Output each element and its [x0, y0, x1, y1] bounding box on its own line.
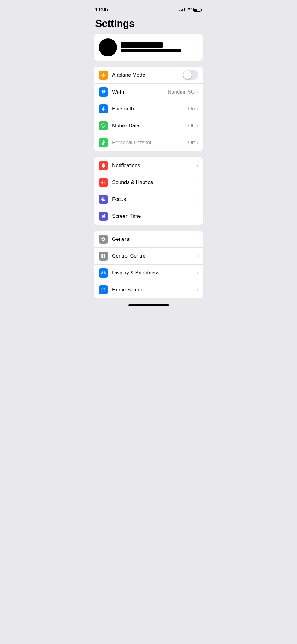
sounds-chevron: ›	[197, 180, 198, 185]
notifications-section: Notifications › Sounds & Haptics › Focus…	[94, 157, 203, 225]
airplane-mode-icon	[99, 71, 108, 80]
display-brightness-label: Display & Brightness	[112, 270, 197, 276]
svg-rect-6	[102, 288, 103, 289]
control-centre-label: Control Centre	[112, 253, 197, 259]
signal-icon	[179, 8, 185, 11]
control-centre-row[interactable]: Control Centre ›	[94, 248, 203, 265]
mobile-data-icon	[99, 121, 108, 130]
battery-icon	[193, 8, 202, 12]
personal-hotspot-row[interactable]: Personal Hotspot Off ›	[94, 134, 203, 151]
general-section: General › Control Centre › AA Display & …	[94, 231, 203, 298]
general-label: General	[112, 236, 197, 242]
sounds-icon	[99, 178, 108, 187]
personal-hotspot-value: Off	[188, 140, 195, 146]
settings-content: › Airplane Mode Wi-Fi Nandini_5G	[89, 34, 208, 298]
wifi-icon	[99, 87, 108, 97]
personal-hotspot-chevron: ›	[197, 140, 198, 145]
svg-rect-2	[104, 254, 105, 256]
airplane-mode-toggle[interactable]	[183, 70, 198, 80]
personal-hotspot-label: Personal Hotspot	[112, 140, 188, 146]
svg-rect-11	[101, 290, 102, 291]
mobile-data-row[interactable]: Mobile Data Off ›	[94, 117, 203, 134]
bluetooth-row[interactable]: Bluetooth On ›	[94, 100, 203, 117]
home-screen-label: Home Screen	[112, 287, 197, 293]
svg-rect-10	[104, 289, 105, 290]
page-title: Settings	[89, 15, 208, 34]
svg-rect-8	[101, 289, 102, 290]
avatar	[99, 38, 117, 56]
screen-time-icon	[99, 212, 108, 221]
svg-rect-7	[104, 288, 105, 289]
notifications-row[interactable]: Notifications ›	[94, 157, 203, 174]
connectivity-section: Airplane Mode Wi-Fi Nandini_5G › Bl	[94, 67, 203, 151]
wifi-chevron: ›	[197, 89, 198, 95]
focus-label: Focus	[112, 196, 197, 202]
wifi-row[interactable]: Wi-Fi Nandini_5G ›	[94, 84, 203, 100]
svg-rect-12	[102, 290, 103, 291]
sounds-label: Sounds & Haptics	[112, 179, 197, 186]
svg-rect-4	[104, 256, 105, 258]
mobile-data-value: Off	[188, 123, 195, 129]
notifications-chevron: ›	[197, 163, 198, 168]
bluetooth-chevron: ›	[197, 106, 198, 112]
home-screen-chevron: ›	[197, 287, 198, 293]
focus-icon	[99, 195, 108, 204]
screen-time-chevron: ›	[197, 214, 198, 219]
sounds-row[interactable]: Sounds & Haptics ›	[94, 174, 203, 191]
wifi-value: Nandini_5G	[168, 89, 195, 95]
display-brightness-chevron: ›	[197, 270, 198, 276]
home-screen-icon	[99, 285, 108, 294]
home-screen-row[interactable]: Home Screen ›	[94, 281, 203, 298]
bluetooth-icon	[99, 104, 108, 113]
svg-rect-13	[104, 290, 105, 291]
display-brightness-icon: AA	[99, 268, 108, 278]
svg-rect-5	[101, 288, 102, 289]
profile-subtitle	[121, 49, 181, 52]
airplane-mode-label: Airplane Mode	[112, 72, 183, 78]
screen-time-label: Screen Time	[112, 213, 197, 219]
notifications-icon	[99, 161, 108, 170]
svg-point-0	[103, 127, 104, 128]
svg-rect-1	[101, 254, 103, 256]
general-icon	[99, 235, 108, 244]
general-row[interactable]: General ›	[94, 231, 203, 248]
status-bar: 11:06	[89, 0, 208, 15]
wifi-label: Wi-Fi	[112, 89, 168, 95]
status-time: 11:06	[95, 7, 108, 13]
focus-row[interactable]: Focus ›	[94, 191, 203, 208]
svg-rect-9	[102, 289, 103, 290]
wifi-status-icon	[187, 8, 192, 11]
profile-chevron: ›	[197, 45, 198, 50]
personal-hotspot-icon	[99, 138, 108, 147]
control-centre-icon	[99, 252, 108, 261]
bluetooth-label: Bluetooth	[112, 106, 188, 112]
screen-time-row[interactable]: Screen Time ›	[94, 208, 203, 225]
mobile-data-label: Mobile Data	[112, 123, 188, 129]
focus-chevron: ›	[197, 197, 198, 202]
control-centre-chevron: ›	[197, 253, 198, 259]
status-icons	[179, 8, 202, 12]
profile-card[interactable]: ›	[94, 34, 203, 61]
general-chevron: ›	[197, 236, 198, 242]
profile-name	[121, 42, 163, 48]
airplane-mode-row[interactable]: Airplane Mode	[94, 67, 203, 84]
bluetooth-value: On	[188, 106, 195, 112]
home-indicator	[128, 304, 169, 306]
notifications-label: Notifications	[112, 163, 197, 169]
mobile-data-chevron: ›	[197, 123, 198, 128]
svg-rect-3	[101, 256, 103, 258]
display-brightness-row[interactable]: AA Display & Brightness ›	[94, 265, 203, 281]
